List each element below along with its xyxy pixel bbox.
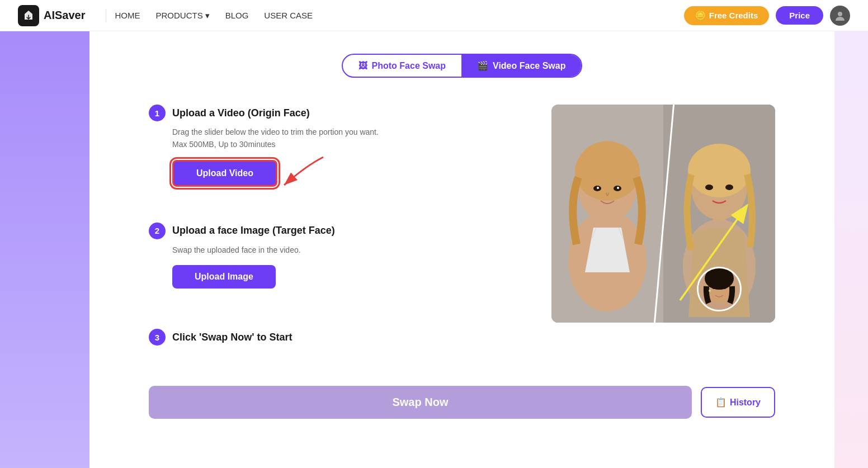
step-1-desc: Drag the slider below the video to trim …: [172, 126, 518, 151]
svg-point-9: [597, 187, 599, 189]
svg-point-16: [705, 185, 713, 190]
svg-point-22: [712, 286, 716, 289]
credits-icon: 🪙: [695, 11, 706, 21]
history-icon: 📋: [715, 397, 727, 408]
step-2-title: Upload a face Image (Target Face): [172, 225, 335, 237]
tab-photo-face-swap[interactable]: 🖼 Photo Face Swap: [343, 55, 461, 77]
main-wrapper: 🖼 Photo Face Swap 🎬 Video Face Swap 1 Up…: [0, 31, 868, 468]
step-2-header: 2 Upload a face Image (Target Face): [149, 223, 518, 239]
nav-home[interactable]: HOME: [115, 11, 140, 20]
step-2-desc: Swap the uploaded face in the video.: [172, 244, 518, 256]
nav-right: 🪙 Free Credits Price: [684, 6, 850, 26]
step-1-title: Upload a Video (Origin Face): [172, 107, 310, 119]
svg-point-17: [725, 185, 733, 190]
nav-links: HOME PRODUCTS ▾ BLOG USER CASE: [115, 11, 313, 21]
step-3: 3 Click 'Swap Now' to Start: [149, 329, 518, 350]
step-3-header: 3 Click 'Swap Now' to Start: [149, 329, 518, 346]
upload-video-button[interactable]: Upload Video: [172, 160, 277, 187]
nav-products[interactable]: PRODUCTS ▾: [156, 11, 210, 21]
tab-switcher: 🖼 Photo Face Swap 🎬 Video Face Swap: [342, 54, 583, 78]
preview-column: [551, 105, 775, 368]
chevron-down-icon: ▾: [205, 11, 210, 21]
nav-divider: [106, 9, 106, 22]
navbar: AISaver HOME PRODUCTS ▾ BLOG USER CASE 🪙…: [0, 0, 868, 31]
logo-text: AISaver: [44, 9, 86, 22]
upload-video-wrapper: Upload Video: [172, 160, 518, 187]
preview-right: [663, 105, 775, 323]
svg-point-23: [722, 286, 727, 289]
step-1-header: 1 Upload a Video (Origin Face): [149, 105, 518, 121]
step-3-number: 3: [149, 329, 166, 346]
logo-area: AISaver: [18, 5, 86, 26]
swap-area: Swap Now 📋 History: [126, 386, 798, 419]
small-face-svg: [699, 268, 740, 310]
sidebar-right: [834, 31, 868, 468]
nav-user-case[interactable]: USER CASE: [264, 11, 313, 20]
tab-video-face-swap[interactable]: 🎬 Video Face Swap: [461, 55, 581, 77]
price-button[interactable]: Price: [776, 6, 823, 25]
photo-tab-icon: 🖼: [358, 61, 367, 71]
small-face-circle: [697, 267, 742, 311]
left-face-svg: [551, 105, 663, 323]
step-1: 1 Upload a Video (Origin Face) Drag the …: [149, 105, 518, 187]
logo-icon: [18, 5, 39, 26]
steps-and-preview: 1 Upload a Video (Origin Face) Drag the …: [126, 105, 798, 368]
history-button[interactable]: 📋 History: [701, 387, 775, 418]
step-3-title: Click 'Swap Now' to Start: [172, 332, 293, 343]
svg-point-10: [617, 187, 619, 189]
upload-image-wrapper: Upload Image: [172, 265, 518, 289]
swap-now-button[interactable]: Swap Now: [149, 386, 692, 419]
step-2-number: 2: [149, 223, 166, 239]
avatar[interactable]: [830, 6, 850, 26]
step-2: 2 Upload a face Image (Target Face) Swap…: [149, 223, 518, 289]
preview-left: [551, 105, 663, 323]
steps-column: 1 Upload a Video (Origin Face) Drag the …: [149, 105, 518, 368]
sidebar-left: [0, 31, 89, 468]
svg-point-0: [838, 12, 842, 16]
svg-point-15: [688, 144, 751, 197]
upload-image-button[interactable]: Upload Image: [172, 265, 276, 289]
step-1-number: 1: [149, 105, 166, 121]
preview-image: [551, 105, 775, 323]
content-area: 🖼 Photo Face Swap 🎬 Video Face Swap 1 Up…: [89, 31, 834, 468]
svg-point-24: [709, 290, 711, 292]
nav-blog[interactable]: BLOG: [225, 11, 249, 20]
free-credits-button[interactable]: 🪙 Free Credits: [684, 6, 770, 25]
video-tab-icon: 🎬: [477, 60, 488, 71]
